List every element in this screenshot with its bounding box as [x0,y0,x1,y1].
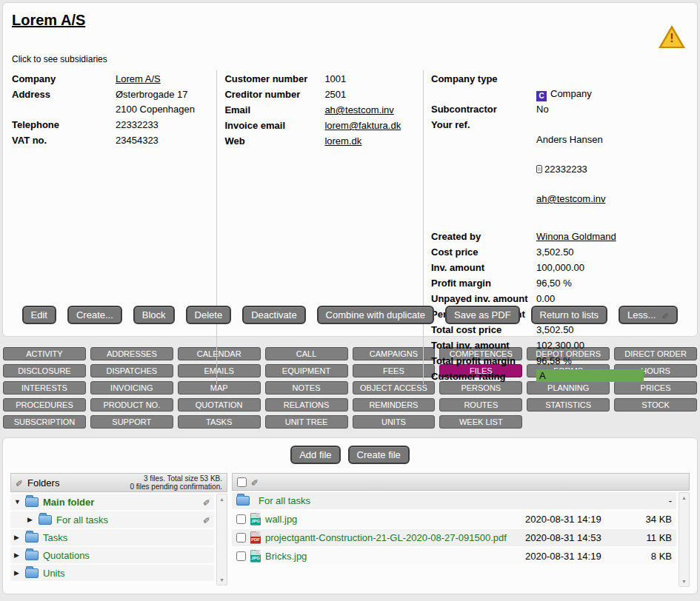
pencil-icon: ✎ [661,311,669,320]
field-value: 96,50 % [536,276,644,291]
folder-row[interactable]: ▶ Tasks ✎ [10,529,214,545]
field-value[interactable]: Winona Goldmand [536,229,644,244]
folder-icon [236,496,250,506]
details-column-2: Customer number 1001 Creditor number 250… [216,70,423,384]
field-value: 0.00 [536,292,644,306]
folder-icon [25,551,39,560]
mobile-phone-icon [536,165,542,173]
customer-rating-bar: A [536,369,644,382]
file-row[interactable]: PDF projectgantt-Construction-21-GL-2020… [232,529,676,546]
scroll-up-icon[interactable]: ▲ [681,495,687,500]
folder-row[interactable]: ▶ Units ✎ [10,565,214,581]
subsidiaries-link[interactable]: Click to see subsidiaries [12,54,688,64]
folder-icon [25,533,39,543]
module-tab[interactable]: UNITS [353,415,436,429]
expand-caret-icon[interactable]: ▶ [27,516,39,523]
module-tab[interactable]: TASKS [178,415,261,429]
file-checkbox[interactable] [236,514,246,524]
field-label: Company type [431,72,536,101]
details-column-3: Company type CCompany Subcontractor No Y… [423,70,688,384]
module-tab[interactable]: WEEK LIST [439,415,522,429]
field-label: Address [12,87,116,117]
expand-caret-icon[interactable]: ▼ [14,498,25,506]
company-type-text: Company [550,88,592,99]
module-tab[interactable]: RELATIONS [265,398,348,412]
field-label: Total cost price [431,323,536,338]
folder-name[interactable]: Units [43,568,65,579]
file-name[interactable]: wall.jpg [265,514,521,525]
files-scrollbar[interactable]: ▲ ▼ [679,492,690,587]
file-checkbox[interactable] [236,533,246,543]
folder-name[interactable]: Quotations [43,550,90,561]
pencil-icon[interactable]: ✎ [203,515,210,524]
expand-caret-icon[interactable]: ▶ [14,569,25,577]
folder-name[interactable]: For all tasks [56,514,108,526]
file-date: 2020-08-31 14:19 [525,551,626,562]
field-value: 3,502.50 [536,245,644,260]
module-tab[interactable]: STATISTICS [527,398,610,412]
pencil-icon[interactable]: ✎ [203,497,210,506]
file-size: 11 KB [630,532,672,543]
action-button[interactable]: Save as PDF✎ [445,306,520,324]
file-action-button[interactable]: Add file [290,446,340,464]
file-row[interactable]: JPG wall.jpg 2020-08-31 14:19 34 KB [232,511,676,528]
page-title[interactable]: Lorem A/S [12,12,85,29]
field-value[interactable]: lorem@faktura.dk [324,118,423,133]
module-tab[interactable]: PRODUCT NO. [90,398,173,412]
module-tab[interactable]: UNIT TREE [265,415,348,429]
file-row[interactable]: JPG Bricks.jpg 2020-08-31 14:19 8 KB [232,548,676,565]
action-button[interactable]: Delete✎ [186,306,232,324]
pencil-icon[interactable]: ✎ [16,478,23,487]
field-value[interactable]: Lorem A/S [116,72,216,87]
action-button[interactable]: Combine with duplicate✎ [317,306,434,324]
module-tab[interactable]: ROUTES [439,398,522,412]
expand-caret-icon[interactable]: ▶ [14,551,25,559]
module-tab[interactable]: SUPPORT [90,415,173,429]
action-button[interactable]: Edit✎ [22,306,56,324]
module-tab[interactable]: SUBSCRIPTION [3,415,86,429]
scroll-down-icon[interactable]: ▼ [681,579,687,584]
field-value[interactable]: lorem.dk [324,134,423,149]
folder-name[interactable]: Tasks [43,532,67,543]
file-name[interactable]: Bricks.jpg [265,551,521,562]
select-all-checkbox[interactable] [237,477,247,487]
field-value: 1001 [324,72,423,87]
folder-row[interactable]: ▼ Main folder ✎ [10,494,214,510]
field-label: Cost price [431,245,536,260]
folder-icon [25,497,39,507]
your-ref-email[interactable]: ah@testcom.inv [536,192,644,207]
folders-scrollbar[interactable]: ▲ ▼ [216,494,227,585]
file-name[interactable]: For all tasks [259,495,521,506]
action-button[interactable]: Block✎ [133,306,175,324]
folder-name[interactable]: Main folder [43,497,94,508]
warning-icon[interactable]: ! [659,25,685,48]
file-name[interactable]: projectgantt-Construction-21-GL-2020-08-… [265,532,521,543]
field-value: 23454323 [116,133,216,148]
file-date: 2020-08-31 14:19 [525,514,626,525]
pencil-icon[interactable]: ✎ [251,477,259,486]
expand-caret-icon[interactable]: ▶ [14,534,25,541]
scroll-up-icon[interactable]: ▲ [219,497,224,502]
action-button[interactable]: Create...✎ [67,306,122,324]
field-label: Subcontractor [431,102,536,117]
field-label: VAT no. [12,133,116,148]
action-button[interactable]: Deactivate✎ [242,306,305,324]
action-button[interactable]: Return to lists✎ [531,306,607,324]
your-ref-name: Anders Hansen [536,132,644,147]
action-button[interactable]: Less...✎ [619,306,678,324]
file-size: 8 KB [630,551,672,562]
field-value[interactable]: ah@testcom.inv [324,103,423,118]
module-tab[interactable]: REMINDERS [353,398,436,412]
folder-row[interactable]: ▶ For all tasks ✎ [10,511,214,528]
company-panel: Lorem A/S ! Click to see subsidiaries Co… [2,2,698,337]
module-tab[interactable]: PROCEDURES [3,398,86,412]
module-tab[interactable]: STOCK [614,398,697,412]
module-tab[interactable]: QUOTATION [178,398,261,412]
file-action-button[interactable]: Create file [348,446,410,464]
file-checkbox[interactable] [236,551,246,561]
scroll-down-icon[interactable]: ▼ [219,577,224,582]
folder-row[interactable]: ▶ Quotations ✎ [10,547,214,563]
file-type-icon: PDF [250,531,261,544]
file-row[interactable]: For all tasks - [232,492,676,509]
folder-tree-area: ▼ Main folder ✎ ▶ For all tasks ✎ [10,494,227,585]
